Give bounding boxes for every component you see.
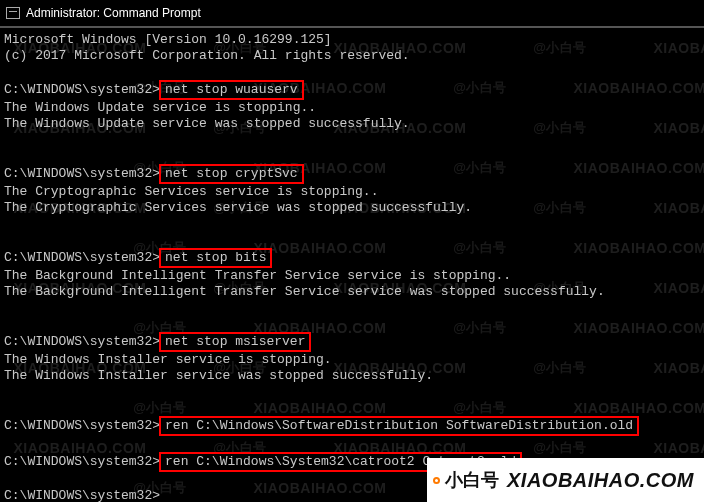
prompt: C:\WINDOWS\system32> bbox=[4, 418, 160, 433]
window-title: Administrator: Command Prompt bbox=[26, 6, 201, 20]
command-highlight: ren C:\Windows\SoftwareDistribution Soft… bbox=[159, 416, 639, 436]
brand-cn-text: 小白号 bbox=[445, 468, 499, 492]
output-line: The Cryptographic Services service is st… bbox=[4, 184, 378, 199]
command-highlight: net stop cryptSvc bbox=[159, 164, 304, 184]
output-line: The Windows Update service is stopping.. bbox=[4, 100, 316, 115]
command-highlight: net stop bits bbox=[159, 248, 272, 268]
prompt: C:\WINDOWS\system32> bbox=[4, 250, 160, 265]
brand-bullet-icon bbox=[433, 477, 440, 484]
prompt: C:\WINDOWS\system32> bbox=[4, 488, 160, 502]
brand-cn: 小白号 bbox=[433, 468, 499, 492]
output-line: The Windows Installer service is stoppin… bbox=[4, 352, 332, 367]
output-line: Microsoft Windows [Version 10.0.16299.12… bbox=[4, 32, 332, 47]
brand-badge: 小白号 XIAOBAIHAO.COM bbox=[427, 458, 704, 502]
output-line: The Windows Installer service was stoppe… bbox=[4, 368, 433, 383]
cmd-icon bbox=[6, 7, 20, 19]
prompt: C:\WINDOWS\system32> bbox=[4, 334, 160, 349]
prompt: C:\WINDOWS\system32> bbox=[4, 166, 160, 181]
prompt: C:\WINDOWS\system32> bbox=[4, 82, 160, 97]
output-line: The Windows Update service was stopped s… bbox=[4, 116, 410, 131]
output-line: The Background Intelligent Transfer Serv… bbox=[4, 284, 605, 299]
command-highlight: net stop wuauserv bbox=[159, 80, 304, 100]
command-highlight: net stop msiserver bbox=[159, 332, 311, 352]
brand-url: XIAOBAIHAO.COM bbox=[507, 469, 694, 492]
window-titlebar[interactable]: Administrator: Command Prompt bbox=[0, 0, 704, 28]
output-line: (c) 2017 Microsoft Corporation. All righ… bbox=[4, 48, 410, 63]
output-line: The Cryptographic Services service was s… bbox=[4, 200, 472, 215]
output-line: The Background Intelligent Transfer Serv… bbox=[4, 268, 511, 283]
terminal-output[interactable]: Microsoft Windows [Version 10.0.16299.12… bbox=[0, 28, 704, 502]
prompt: C:\WINDOWS\system32> bbox=[4, 454, 160, 469]
